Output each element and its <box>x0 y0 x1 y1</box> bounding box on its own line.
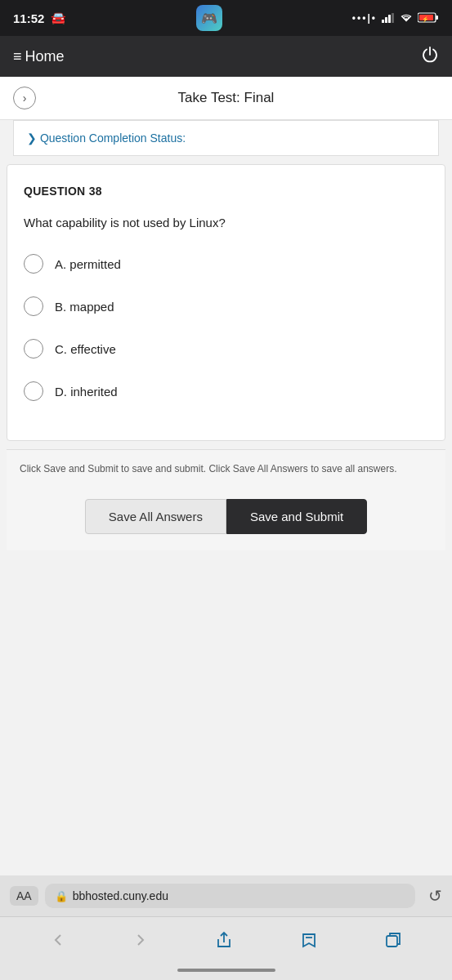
save-submit-button[interactable]: Save and Submit <box>226 499 367 534</box>
option-b-text: B. mapped <box>55 300 114 314</box>
url-bar[interactable]: 🔒 bbhosted.cuny.edu <box>45 884 415 908</box>
bottom-navigation <box>0 916 452 962</box>
radio-d[interactable] <box>24 381 43 401</box>
tabs-button[interactable] <box>376 926 410 954</box>
svg-rect-1 <box>385 17 387 23</box>
battery-icon: ⚡ <box>418 11 439 25</box>
question-text: What capability is not used by Linux? <box>24 214 428 231</box>
answer-option-b[interactable]: B. mapped <box>24 296 428 316</box>
status-bar: 11:52 🚘 🎮 •••|• ⚡ <box>0 0 452 36</box>
answer-option-c[interactable]: C. effective <box>24 339 428 359</box>
radio-b[interactable] <box>24 296 43 316</box>
status-bar-left: 11:52 🚘 <box>13 11 66 25</box>
browser-bar: AA 🔒 bbhosted.cuny.edu ↺ <box>0 875 452 916</box>
hamburger-icon: ≡ <box>13 48 22 65</box>
option-a-text: A. permitted <box>55 257 121 271</box>
svg-rect-0 <box>382 20 384 23</box>
home-nav[interactable]: ≡ Home <box>13 48 65 65</box>
car-icon: 🚘 <box>51 11 66 25</box>
home-indicator-bar <box>177 969 275 972</box>
page-title: Take Test: Final <box>44 90 408 106</box>
instruction-text: Click Save and Submit to save and submit… <box>20 461 432 476</box>
action-buttons-area: Save All Answers Save and Submit <box>7 488 445 550</box>
bookmarks-button[interactable] <box>292 926 326 954</box>
status-bar-right: •••|• ⚡ <box>352 11 439 25</box>
nav-forward-button[interactable] <box>124 927 157 953</box>
nav-bar: ≡ Home <box>0 36 452 77</box>
url-text: bbhosted.cuny.edu <box>73 889 168 902</box>
chevron-right-icon: › <box>23 91 27 105</box>
home-label: Home <box>25 48 65 65</box>
main-content: QUESTION 38 What capability is not used … <box>0 156 452 875</box>
svg-text:⚡: ⚡ <box>422 15 429 22</box>
option-c-text: C. effective <box>55 342 116 356</box>
completion-prefix: ❯ <box>27 131 37 145</box>
back-chevron[interactable]: › <box>13 87 36 109</box>
lock-icon: 🔒 <box>55 890 68 902</box>
footer-instruction: Click Save and Submit to save and submit… <box>7 449 445 488</box>
svg-rect-9 <box>387 936 397 947</box>
save-all-button[interactable]: Save All Answers <box>85 499 226 534</box>
svg-rect-2 <box>388 15 391 23</box>
refresh-button[interactable]: ↺ <box>428 886 442 906</box>
text-size-button[interactable]: AA <box>10 886 38 906</box>
answer-option-a[interactable]: A. permitted <box>24 254 428 274</box>
svg-rect-5 <box>436 16 438 20</box>
nav-back-button[interactable] <box>42 927 74 953</box>
completion-label: Question Completion Status: <box>40 131 186 145</box>
share-button[interactable] <box>207 926 241 954</box>
answer-option-d[interactable]: D. inherited <box>24 381 428 401</box>
radio-a[interactable] <box>24 254 43 274</box>
wifi-icon <box>400 11 413 25</box>
question-card: QUESTION 38 What capability is not used … <box>7 164 445 441</box>
signal-bars-icon <box>382 11 395 25</box>
page-header: › Take Test: Final <box>0 77 452 120</box>
question-label: QUESTION 38 <box>24 185 428 198</box>
radio-c[interactable] <box>24 339 43 359</box>
completion-toggle[interactable]: ❯ Question Completion Status: <box>27 131 186 145</box>
completion-status-section[interactable]: ❯ Question Completion Status: <box>13 120 439 156</box>
game-avatar: 🎮 <box>196 5 222 31</box>
option-d-text: D. inherited <box>55 385 118 399</box>
home-indicator <box>0 962 452 980</box>
power-button[interactable] <box>421 46 439 68</box>
svg-rect-3 <box>392 13 394 23</box>
time-display: 11:52 <box>13 11 44 25</box>
signal-dots: •••|• <box>352 12 377 24</box>
